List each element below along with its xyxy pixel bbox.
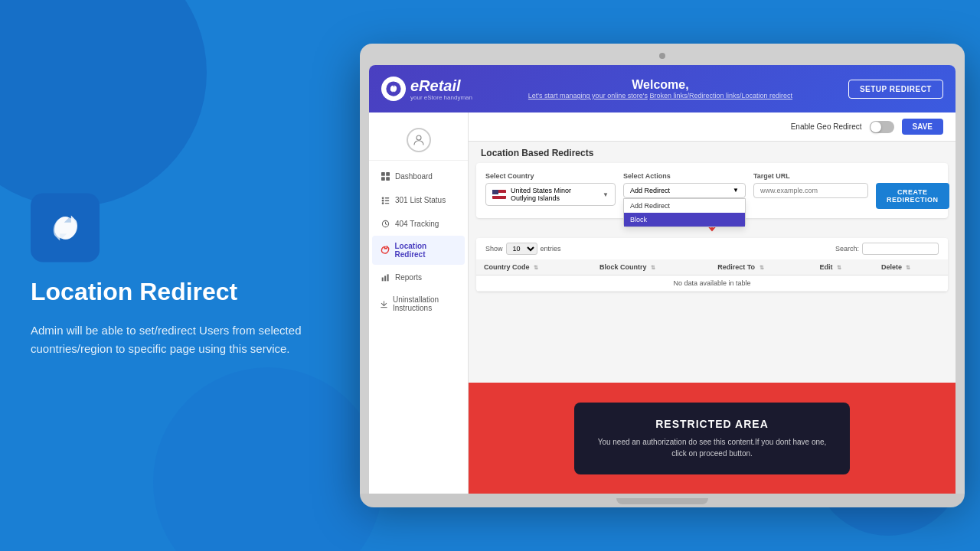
sidebar: Dashboard [369,112,469,494]
app-layout: eRetail your eStore handyman Welcome, Le… [369,65,956,494]
setup-redirect-button[interactable]: SETUP REDIRECT [848,80,943,99]
welcome-sub: Let's start managing your online store's… [528,92,792,99]
brand-tagline: your eStore handyman [410,95,472,101]
save-button[interactable]: SAVE [902,119,944,135]
svg-rect-13 [381,277,383,281]
search-label: Search: [835,245,859,253]
left-section: Location Redirect Admin will be able to … [31,194,337,358]
select-arrow-icon: ▼ [603,191,609,198]
svg-rect-3 [386,172,390,176]
app-logo [31,194,100,262]
restricted-box: RESTRICTED AREA You need an authorizatio… [574,403,850,474]
actions-arrow-icon: ▼ [733,187,739,194]
actions-select-container: Add Redirect ▼ Add Redirect Block [623,183,746,198]
country-value: United States Minor Outlying Islands [511,187,598,202]
col-block-country[interactable]: Block Country ⇅ [592,259,710,276]
geo-toggle[interactable] [870,121,894,133]
top-bar: eRetail your eStore handyman Welcome, Le… [369,65,956,112]
table-controls: Show 10 25 50 entries Search: [476,238,948,259]
svg-rect-9 [384,200,389,201]
create-redirection-button[interactable]: CREATE REDIRECTION [876,183,949,209]
target-url-input[interactable] [753,183,868,198]
svg-point-8 [381,199,384,201]
brand-logo-icon [381,77,406,101]
user-avatar [407,128,431,152]
reports-icon [380,272,390,282]
welcome-title: Welcome, [528,78,792,92]
target-url-group: Target URL [753,172,868,198]
no-data-row: No data available in table [476,276,948,292]
restricted-title: RESTRICTED AREA [597,418,827,430]
col-delete[interactable]: Delete ⇅ [874,259,948,276]
svg-rect-7 [384,197,389,198]
form-section: Select Country United States Minor Outly… [476,163,948,218]
content-panel: Enable Geo Redirect SAVE Location Based … [469,112,956,494]
sidebar-label-404: 404 Tracking [395,220,439,228]
sidebar-item-reports[interactable]: Reports [372,266,465,289]
country-label: Select Country [485,172,616,180]
sidebar-label-reports: Reports [395,273,422,282]
app-description: Admin will be able to set/redirect Users… [31,321,337,358]
svg-rect-15 [387,274,388,281]
sidebar-item-301[interactable]: 301 List Status [372,188,465,211]
camera-dot [659,53,665,59]
col-redirect-to[interactable]: Redirect To ⇅ [710,259,812,276]
create-btn-container: CREATE REDIRECTION [876,172,949,209]
list-icon [380,194,390,205]
target-url-label: Target URL [753,172,868,180]
top-center: Welcome, Let's start managing your onlin… [528,78,792,99]
svg-rect-14 [384,276,386,281]
country-select[interactable]: United States Minor Outlying Islands ▼ [485,183,616,206]
sidebar-item-location-redirect[interactable]: Location Redirect [372,236,465,265]
svg-point-6 [381,197,384,199]
svg-point-10 [381,202,384,204]
laptop-screen: eRetail your eStore handyman Welcome, Le… [369,65,956,494]
uninstall-icon [380,298,388,309]
laptop-container: eRetail your eStore handyman Welcome, Le… [360,44,965,507]
laptop-base [360,494,965,507]
sidebar-label-dashboard: Dashboard [395,172,433,181]
actions-select[interactable]: Add Redirect ▼ [623,183,746,198]
table-section: Show 10 25 50 entries Search: [476,238,948,292]
option-add-redirect[interactable]: Add Redirect [624,199,745,213]
brand-name: eRetail [410,77,461,94]
app-title: Location Redirect [31,278,337,306]
sidebar-label-location: Location Redirect [395,242,458,259]
laptop-frame: eRetail your eStore handyman Welcome, Le… [360,44,965,494]
entries-select[interactable]: 10 25 50 [506,243,537,255]
main-content: Dashboard [369,112,956,494]
no-data-cell: No data available in table [476,276,948,292]
dashboard-icon [380,171,390,181]
restricted-overlay: RESTRICTED AREA You need an authorizatio… [469,383,956,494]
welcome-link: Broken links/Redirection links/Location … [649,92,792,99]
actions-dropdown: Add Redirect Block [623,198,746,227]
us-flag-icon [492,190,506,199]
brand-name-container: eRetail your eStore handyman [410,77,472,101]
svg-rect-2 [381,172,385,176]
country-group: Select Country United States Minor Outly… [485,172,616,206]
svg-rect-5 [386,177,390,181]
section-title: Location Based Redirects [469,142,956,163]
option-block[interactable]: Block [624,213,745,227]
svg-rect-4 [381,177,385,181]
sidebar-item-dashboard[interactable]: Dashboard [372,165,465,187]
sidebar-label-uninstall: Uninstallation Instructions [393,295,457,312]
entries-label: entries [541,245,561,253]
show-label: Show [485,245,503,253]
tracking-icon [380,218,390,229]
col-country-code[interactable]: Country Code ⇅ [476,259,592,276]
geo-label: Enable Geo Redirect [791,122,862,131]
sidebar-item-404[interactable]: 404 Tracking [372,212,465,235]
brand-logo: eRetail your eStore handyman [381,77,472,101]
geo-bar: Enable Geo Redirect SAVE [469,112,956,142]
sidebar-label-301: 301 List Status [395,196,446,204]
search-input[interactable] [862,243,939,255]
toggle-knob [871,122,881,132]
form-row: Select Country United States Minor Outly… [485,172,939,209]
col-edit[interactable]: Edit ⇅ [812,259,873,276]
sidebar-item-uninstall[interactable]: Uninstallation Instructions [372,289,465,318]
data-table: Country Code ⇅ Block Country ⇅ Redirect … [476,259,948,292]
show-entries: Show 10 25 50 entries [485,243,561,255]
sidebar-user [369,120,468,161]
restricted-text: You need an authorization do see this co… [597,436,827,459]
